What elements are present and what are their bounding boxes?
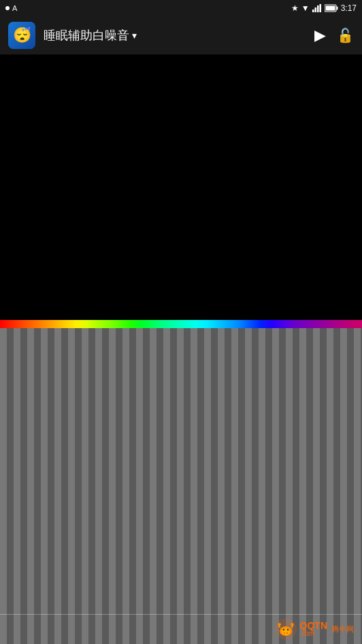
svg-point-10 xyxy=(283,632,284,634)
svg-rect-2 xyxy=(317,5,319,12)
watermark-com-label: .com xyxy=(300,630,327,637)
svg-rect-6 xyxy=(325,6,335,11)
app-bar-left: 😴 睡眠辅助白噪音 ▾ xyxy=(8,22,137,49)
bottom-area: QQTN .com 腾牛网 xyxy=(0,614,362,644)
app-title-container[interactable]: 睡眠辅助白噪音 ▾ xyxy=(44,27,137,44)
notification-dot xyxy=(5,6,10,10)
svg-rect-0 xyxy=(312,10,314,12)
status-right: ★ ▼ 3:17 xyxy=(291,3,357,13)
watermark: QQTN .com 腾牛网 xyxy=(274,617,354,641)
dropdown-arrow-icon[interactable]: ▾ xyxy=(132,30,137,41)
svg-rect-5 xyxy=(336,7,338,10)
svg-rect-3 xyxy=(319,4,321,12)
status-bar: A ★ ▼ 3:17 xyxy=(0,0,362,16)
app-bar: 😴 睡眠辅助白噪音 ▾ ▶ 🔓 xyxy=(0,16,362,54)
app-title: 睡眠辅助白噪音 xyxy=(44,27,129,44)
time-display: 3:17 xyxy=(341,3,357,13)
watermark-text: QQTN .com xyxy=(300,621,327,637)
play-button[interactable]: ▶ xyxy=(314,27,326,44)
watermark-qqtn-label: QQTN xyxy=(300,621,327,630)
status-left: A xyxy=(5,4,17,12)
lock-button[interactable]: 🔓 xyxy=(337,27,354,44)
svg-point-13 xyxy=(286,629,288,630)
star-icon: ★ xyxy=(291,3,299,13)
app-bar-right: ▶ 🔓 xyxy=(314,27,354,44)
wifi-icon: ▼ xyxy=(301,3,310,13)
svg-point-12 xyxy=(282,629,284,630)
spectrum-bar xyxy=(0,320,362,328)
signal-icon xyxy=(312,4,322,12)
svg-point-11 xyxy=(286,632,287,634)
striped-area xyxy=(0,328,362,614)
battery-icon xyxy=(325,4,338,12)
moon-icon: 😴 xyxy=(13,27,31,44)
svg-point-9 xyxy=(282,628,290,635)
main-visualization-area xyxy=(0,54,362,320)
svg-rect-1 xyxy=(314,7,316,12)
separator-line xyxy=(0,614,362,615)
sim-label: A xyxy=(12,4,17,12)
app-icon: 😴 xyxy=(8,22,35,49)
watermark-brand-label: 腾牛网 xyxy=(331,624,354,634)
watermark-logo-icon xyxy=(274,617,297,641)
